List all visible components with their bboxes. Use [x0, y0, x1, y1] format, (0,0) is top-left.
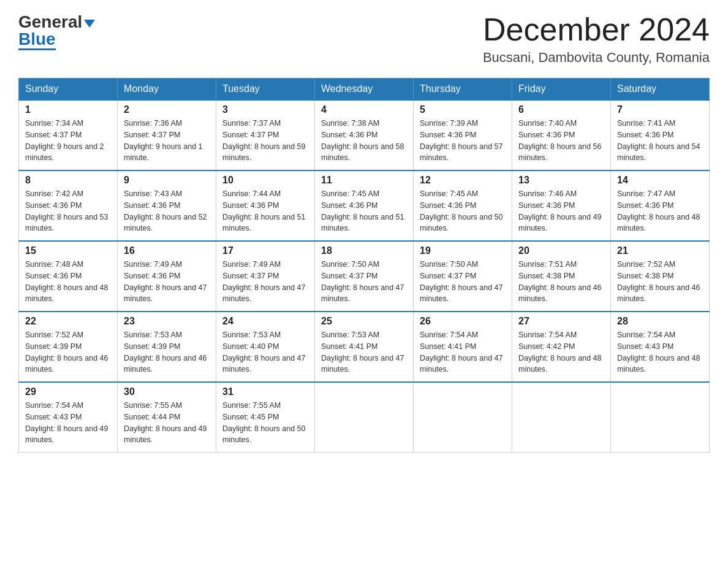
day-info: Sunrise: 7:51 AM Sunset: 4:38 PM Dayligh… [518, 259, 604, 305]
week-row-2: 8 Sunrise: 7:42 AM Sunset: 4:36 PM Dayli… [19, 170, 710, 241]
col-friday: Friday [512, 79, 611, 101]
col-thursday: Thursday [414, 79, 512, 101]
week-row-3: 15 Sunrise: 7:48 AM Sunset: 4:36 PM Dayl… [19, 241, 710, 312]
day-number: 2 [124, 104, 210, 115]
calendar-cell: 30 Sunrise: 7:55 AM Sunset: 4:44 PM Dayl… [118, 382, 216, 453]
calendar-cell: 23 Sunrise: 7:53 AM Sunset: 4:39 PM Dayl… [118, 312, 216, 382]
calendar-cell: 5 Sunrise: 7:39 AM Sunset: 4:36 PM Dayli… [414, 100, 512, 170]
day-number: 16 [124, 245, 210, 256]
day-number: 23 [124, 316, 210, 327]
day-info: Sunrise: 7:49 AM Sunset: 4:36 PM Dayligh… [124, 259, 210, 305]
calendar-table: Sunday Monday Tuesday Wednesday Thursday… [18, 78, 710, 453]
day-number: 4 [321, 104, 407, 115]
day-number: 25 [321, 316, 407, 327]
day-info: Sunrise: 7:52 AM Sunset: 4:38 PM Dayligh… [617, 259, 703, 305]
day-number: 9 [124, 175, 210, 186]
calendar-cell: 22 Sunrise: 7:52 AM Sunset: 4:39 PM Dayl… [19, 312, 118, 382]
calendar-cell: 8 Sunrise: 7:42 AM Sunset: 4:36 PM Dayli… [19, 170, 118, 241]
day-info: Sunrise: 7:45 AM Sunset: 4:36 PM Dayligh… [321, 188, 407, 234]
calendar-cell: 9 Sunrise: 7:43 AM Sunset: 4:36 PM Dayli… [118, 170, 216, 241]
month-title: December 2024 [483, 12, 710, 47]
calendar-cell: 26 Sunrise: 7:54 AM Sunset: 4:41 PM Dayl… [414, 312, 512, 382]
day-info: Sunrise: 7:47 AM Sunset: 4:36 PM Dayligh… [617, 188, 703, 234]
calendar-cell: 28 Sunrise: 7:54 AM Sunset: 4:43 PM Dayl… [611, 312, 710, 382]
calendar-cell [512, 382, 611, 453]
calendar-cell: 1 Sunrise: 7:34 AM Sunset: 4:37 PM Dayli… [19, 100, 118, 170]
calendar-cell: 14 Sunrise: 7:47 AM Sunset: 4:36 PM Dayl… [611, 170, 710, 241]
day-info: Sunrise: 7:53 AM Sunset: 4:39 PM Dayligh… [124, 329, 210, 375]
calendar-cell: 19 Sunrise: 7:50 AM Sunset: 4:37 PM Dayl… [414, 241, 512, 312]
logo-triangle-icon [84, 20, 95, 28]
day-number: 13 [518, 175, 604, 186]
calendar-cell: 11 Sunrise: 7:45 AM Sunset: 4:36 PM Dayl… [315, 170, 414, 241]
day-info: Sunrise: 7:54 AM Sunset: 4:43 PM Dayligh… [25, 400, 111, 446]
calendar-cell: 2 Sunrise: 7:36 AM Sunset: 4:37 PM Dayli… [118, 100, 216, 170]
day-info: Sunrise: 7:38 AM Sunset: 4:36 PM Dayligh… [321, 118, 407, 164]
day-info: Sunrise: 7:36 AM Sunset: 4:37 PM Dayligh… [124, 118, 210, 164]
calendar-cell: 20 Sunrise: 7:51 AM Sunset: 4:38 PM Dayl… [512, 241, 611, 312]
calendar-cell: 31 Sunrise: 7:55 AM Sunset: 4:45 PM Dayl… [216, 382, 315, 453]
day-info: Sunrise: 7:54 AM Sunset: 4:43 PM Dayligh… [617, 329, 703, 375]
day-info: Sunrise: 7:54 AM Sunset: 4:42 PM Dayligh… [518, 329, 604, 375]
day-info: Sunrise: 7:49 AM Sunset: 4:37 PM Dayligh… [222, 259, 308, 305]
day-number: 12 [420, 175, 506, 186]
day-number: 1 [25, 104, 111, 115]
calendar-cell [611, 382, 710, 453]
day-number: 14 [617, 175, 703, 186]
calendar-cell: 25 Sunrise: 7:53 AM Sunset: 4:41 PM Dayl… [315, 312, 414, 382]
day-number: 20 [518, 245, 604, 256]
day-number: 29 [25, 386, 111, 397]
calendar-cell [414, 382, 512, 453]
day-info: Sunrise: 7:42 AM Sunset: 4:36 PM Dayligh… [25, 188, 111, 234]
day-info: Sunrise: 7:34 AM Sunset: 4:37 PM Dayligh… [25, 118, 111, 164]
day-number: 27 [518, 316, 604, 327]
day-number: 22 [25, 316, 111, 327]
calendar-cell: 16 Sunrise: 7:49 AM Sunset: 4:36 PM Dayl… [118, 241, 216, 312]
day-number: 28 [617, 316, 703, 327]
day-info: Sunrise: 7:53 AM Sunset: 4:40 PM Dayligh… [222, 329, 308, 375]
col-sunday: Sunday [19, 79, 118, 101]
calendar-cell: 3 Sunrise: 7:37 AM Sunset: 4:37 PM Dayli… [216, 100, 315, 170]
logo-underline [18, 48, 56, 50]
day-info: Sunrise: 7:55 AM Sunset: 4:45 PM Dayligh… [222, 400, 308, 446]
day-number: 26 [420, 316, 506, 327]
day-info: Sunrise: 7:48 AM Sunset: 4:36 PM Dayligh… [25, 259, 111, 305]
day-info: Sunrise: 7:55 AM Sunset: 4:44 PM Dayligh… [124, 400, 210, 446]
calendar-cell: 7 Sunrise: 7:41 AM Sunset: 4:36 PM Dayli… [611, 100, 710, 170]
calendar-cell: 13 Sunrise: 7:46 AM Sunset: 4:36 PM Dayl… [512, 170, 611, 241]
col-wednesday: Wednesday [315, 79, 414, 101]
calendar-cell: 12 Sunrise: 7:45 AM Sunset: 4:36 PM Dayl… [414, 170, 512, 241]
calendar-cell: 21 Sunrise: 7:52 AM Sunset: 4:38 PM Dayl… [611, 241, 710, 312]
week-row-5: 29 Sunrise: 7:54 AM Sunset: 4:43 PM Dayl… [19, 382, 710, 453]
day-number: 24 [222, 316, 308, 327]
day-number: 6 [518, 104, 604, 115]
day-info: Sunrise: 7:43 AM Sunset: 4:36 PM Dayligh… [124, 188, 210, 234]
calendar-cell: 4 Sunrise: 7:38 AM Sunset: 4:36 PM Dayli… [315, 100, 414, 170]
day-info: Sunrise: 7:46 AM Sunset: 4:36 PM Dayligh… [518, 188, 604, 234]
day-info: Sunrise: 7:45 AM Sunset: 4:36 PM Dayligh… [420, 188, 506, 234]
day-number: 3 [222, 104, 308, 115]
calendar-cell [315, 382, 414, 453]
day-info: Sunrise: 7:44 AM Sunset: 4:36 PM Dayligh… [222, 188, 308, 234]
day-info: Sunrise: 7:50 AM Sunset: 4:37 PM Dayligh… [321, 259, 407, 305]
location-text: Bucsani, Dambovita County, Romania [483, 50, 710, 66]
day-number: 31 [222, 386, 308, 397]
logo: General Blue [18, 12, 95, 50]
day-number: 5 [420, 104, 506, 115]
calendar-cell: 18 Sunrise: 7:50 AM Sunset: 4:37 PM Dayl… [315, 241, 414, 312]
day-number: 18 [321, 245, 407, 256]
day-number: 19 [420, 245, 506, 256]
day-info: Sunrise: 7:50 AM Sunset: 4:37 PM Dayligh… [420, 259, 506, 305]
logo-blue-text: Blue [18, 31, 56, 48]
day-info: Sunrise: 7:39 AM Sunset: 4:36 PM Dayligh… [420, 118, 506, 164]
week-row-4: 22 Sunrise: 7:52 AM Sunset: 4:39 PM Dayl… [19, 312, 710, 382]
day-info: Sunrise: 7:53 AM Sunset: 4:41 PM Dayligh… [321, 329, 407, 375]
day-info: Sunrise: 7:40 AM Sunset: 4:36 PM Dayligh… [518, 118, 604, 164]
page-header: General Blue December 2024 Bucsani, Damb… [18, 12, 710, 66]
calendar-cell: 6 Sunrise: 7:40 AM Sunset: 4:36 PM Dayli… [512, 100, 611, 170]
day-number: 21 [617, 245, 703, 256]
day-number: 8 [25, 175, 111, 186]
day-number: 10 [222, 175, 308, 186]
calendar-cell: 10 Sunrise: 7:44 AM Sunset: 4:36 PM Dayl… [216, 170, 315, 241]
day-number: 7 [617, 104, 703, 115]
